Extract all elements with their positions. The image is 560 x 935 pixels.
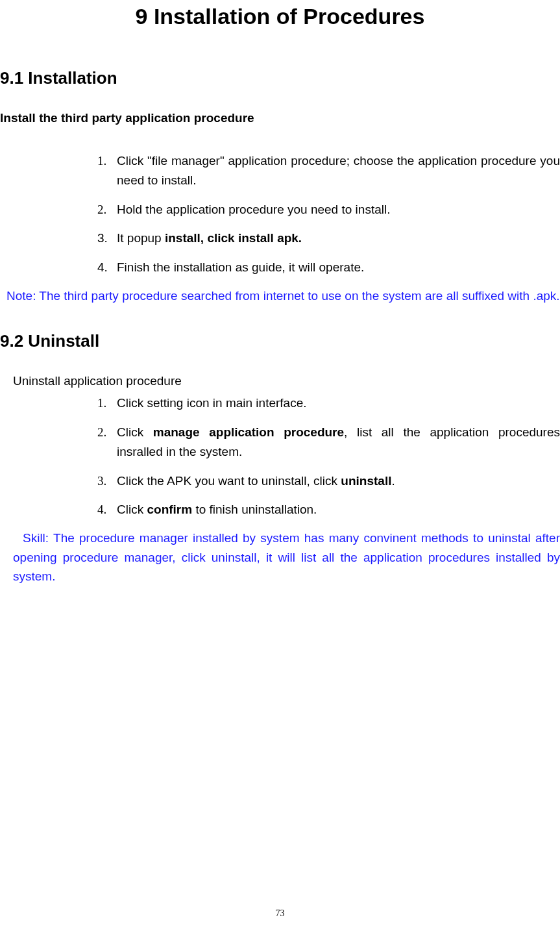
- list-content: Finish the installation as guide, it wil…: [117, 258, 560, 277]
- uninstall-list: 1. Click setting icon in main interface.…: [97, 393, 560, 519]
- text: .: [391, 474, 395, 488]
- list-marker: 4.: [97, 258, 117, 277]
- uninstall-skill: Skill: The procedure manager installed b…: [13, 529, 560, 586]
- list-item: 2. Hold the application procedure you ne…: [97, 200, 560, 219]
- chapter-title: 9 Installation of Procedures: [0, 4, 560, 29]
- bold-text: install, click install apk.: [165, 231, 302, 245]
- section-91-title: 9.1 Installation: [0, 68, 560, 88]
- section-92-intro: Uninstall application procedure: [13, 374, 560, 388]
- list-marker: 3.: [97, 229, 117, 248]
- text: Click: [117, 425, 153, 439]
- text: to finish uninstallation.: [192, 503, 317, 516]
- list-item: 2. Click manage application procedure, l…: [97, 423, 560, 462]
- list-marker: 3.: [97, 471, 117, 491]
- list-item: 1. Click "file manager" application proc…: [97, 151, 560, 191]
- list-item: 4. Finish the installation as guide, it …: [97, 258, 560, 277]
- text: Click: [117, 503, 147, 516]
- list-content: Click "file manager" application procedu…: [117, 151, 560, 191]
- bold-text: manage application procedure: [153, 425, 344, 439]
- bold-text: confirm: [147, 503, 192, 516]
- text: It popup: [117, 231, 165, 245]
- list-marker: 1.: [97, 393, 117, 413]
- text: Click the APK you want to uninstall, cli…: [117, 474, 341, 488]
- page-number: 73: [0, 908, 560, 919]
- list-content: Click confirm to finish uninstallation.: [117, 500, 560, 519]
- list-marker: 4.: [97, 500, 117, 519]
- install-note: Note: The third party procedure searched…: [6, 286, 560, 305]
- list-marker: 1.: [97, 151, 117, 191]
- install-list: 1. Click "file manager" application proc…: [97, 151, 560, 277]
- section-91-subtitle: Install the third party application proc…: [0, 111, 560, 125]
- list-item: 3. Click the APK you want to uninstall, …: [97, 471, 560, 491]
- section-92-title: 9.2 Uninstall: [0, 331, 560, 351]
- list-item: 1. Click setting icon in main interface.: [97, 393, 560, 413]
- list-item: 4. Click confirm to finish uninstallatio…: [97, 500, 560, 519]
- list-item: 3. It popup install, click install apk.: [97, 229, 560, 248]
- list-marker: 2.: [97, 423, 117, 462]
- list-content: Click manage application procedure, list…: [117, 423, 560, 462]
- list-content: Hold the application procedure you need …: [117, 200, 560, 219]
- list-content: Click setting icon in main interface.: [117, 393, 560, 413]
- bold-text: uninstall: [341, 474, 391, 488]
- list-marker: 2.: [97, 200, 117, 219]
- list-content: Click the APK you want to uninstall, cli…: [117, 471, 560, 491]
- list-content: It popup install, click install apk.: [117, 229, 560, 248]
